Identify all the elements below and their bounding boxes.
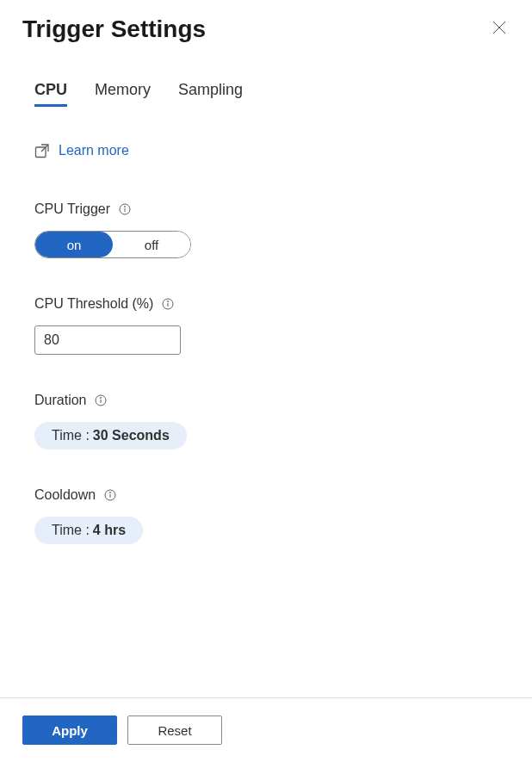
cooldown-time-value: 4 hrs [93, 523, 126, 538]
duration-time-label: Time : [52, 428, 90, 443]
tab-cpu[interactable]: CPU [34, 81, 67, 107]
info-icon[interactable] [162, 298, 174, 310]
footer: Apply Reset [0, 697, 532, 762]
tabs: CPU Memory Sampling [34, 81, 498, 107]
duration-time-value: 30 Seconds [93, 428, 170, 443]
page-title: Trigger Settings [22, 15, 206, 43]
close-icon [492, 21, 506, 38]
reset-button[interactable]: Reset [127, 716, 222, 745]
info-icon[interactable] [104, 489, 116, 501]
svg-point-6 [125, 207, 126, 208]
external-link-icon [34, 143, 50, 158]
svg-line-3 [41, 145, 48, 152]
cooldown-time-label: Time : [52, 523, 90, 538]
duration-pill[interactable]: Time : 30 Seconds [34, 422, 187, 449]
info-icon[interactable] [95, 394, 107, 406]
toggle-on[interactable]: on [35, 232, 113, 257]
toggle-off[interactable]: off [113, 232, 190, 257]
cpu-threshold-input[interactable] [34, 325, 181, 355]
close-button[interactable] [489, 17, 510, 41]
cpu-trigger-toggle: on off [34, 231, 191, 258]
cooldown-pill[interactable]: Time : 4 hrs [34, 517, 143, 544]
info-icon[interactable] [119, 203, 131, 215]
apply-button[interactable]: Apply [22, 716, 117, 745]
cpu-threshold-label: CPU Threshold (%) [34, 296, 153, 312]
svg-point-9 [168, 301, 169, 302]
tab-sampling[interactable]: Sampling [178, 81, 243, 107]
learn-more-link[interactable]: Learn more [59, 143, 129, 158]
svg-point-12 [101, 398, 102, 399]
cpu-trigger-label: CPU Trigger [34, 201, 110, 217]
duration-label: Duration [34, 393, 86, 408]
cooldown-label: Cooldown [34, 487, 96, 503]
tab-memory[interactable]: Memory [95, 81, 151, 107]
svg-point-15 [110, 493, 111, 493]
